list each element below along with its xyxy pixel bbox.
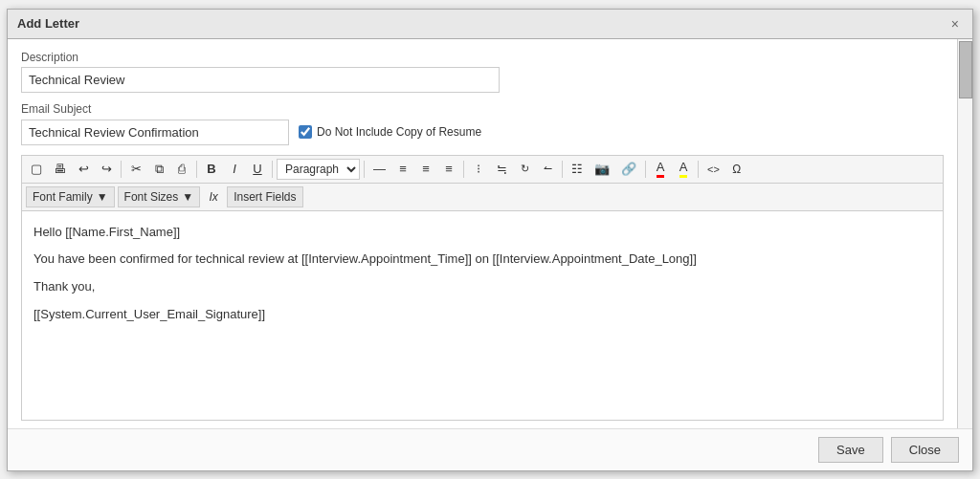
clear-format-button[interactable]: Ix [203, 186, 224, 207]
scrollbar[interactable] [957, 39, 972, 428]
toolbar-divider-3 [272, 161, 273, 178]
dialog-title: Add Letter [17, 16, 79, 31]
font-family-dropdown[interactable]: Font Family ▼ [26, 186, 115, 207]
toolbar-divider-6 [562, 161, 563, 178]
font-color-button[interactable]: A [650, 159, 671, 180]
indent-icon: ↼ [544, 163, 552, 175]
highlight-color-icon: A [679, 160, 688, 178]
toolbar-divider-8 [698, 161, 699, 178]
source-code-button[interactable]: <> [702, 159, 724, 180]
italic-icon: I [233, 162, 236, 176]
align-left-button[interactable]: ≡ [392, 159, 413, 180]
font-size-dropdown[interactable]: Font Sizes ▼ [118, 186, 201, 207]
align-right-icon: ≡ [445, 162, 453, 176]
ordered-list-icon: ≒ [497, 162, 507, 176]
toolbar-divider-7 [645, 161, 646, 178]
insert-fields-label: Insert Fields [234, 190, 296, 204]
indent-button[interactable]: ↼ [537, 159, 558, 180]
image-button[interactable]: 📷 [590, 159, 614, 180]
font-family-chevron-icon: ▼ [97, 190, 108, 204]
toolbar-divider-4 [364, 161, 365, 178]
email-subject-row: Do Not Include Copy of Resume [21, 120, 944, 145]
font-family-label: Font Family [33, 190, 93, 204]
resume-checkbox-text: Do Not Include Copy of Resume [317, 125, 481, 139]
highlight-color-button[interactable]: A [673, 159, 694, 180]
toolbar-row2: Font Family ▼ Font Sizes ▼ Ix Insert Fie… [21, 183, 944, 210]
image-icon: 📷 [594, 162, 610, 176]
dialog-footer: Save Close [8, 428, 972, 470]
bold-icon: B [207, 162, 215, 176]
table-button[interactable]: ☷ [567, 159, 588, 180]
cut-icon: ✂ [131, 162, 142, 176]
undo-button[interactable]: ↩ [73, 159, 94, 180]
toolbar-row1: ▢ 🖶 ↩ ↪ ✂ ⧉ ⎙ [21, 155, 944, 183]
redo-button[interactable]: ↪ [96, 159, 117, 180]
dialog-header: Add Letter × [8, 10, 972, 39]
ordered-list-button[interactable]: ≒ [491, 159, 512, 180]
outdent-icon: ↻ [521, 163, 529, 175]
copy-button[interactable]: ⧉ [148, 159, 169, 180]
add-letter-dialog: Add Letter × Description Email Subject D… [7, 9, 973, 471]
dialog-close-button[interactable]: × [947, 15, 963, 33]
toolbar-divider-1 [121, 161, 122, 178]
undo-icon: ↩ [78, 162, 89, 176]
scrollbar-thumb[interactable] [959, 41, 972, 98]
close-button[interactable]: Close [891, 437, 959, 463]
align-center-icon: ≡ [422, 162, 430, 176]
print-button[interactable]: 🖶 [49, 159, 71, 180]
special-char-icon: Ω [732, 163, 741, 176]
align-left-icon: ≡ [399, 162, 407, 176]
paragraph-select[interactable]: Paragraph Heading 1 Heading 2 [277, 159, 360, 180]
outdent-button[interactable]: ↻ [514, 159, 535, 180]
editor-area[interactable]: Hello [[Name.First_Name]] You have been … [21, 210, 944, 421]
special-char-button[interactable]: Ω [726, 159, 747, 180]
align-right-button[interactable]: ≡ [438, 159, 459, 180]
toolbar-divider-2 [196, 161, 197, 178]
save-button[interactable]: Save [818, 437, 883, 463]
unordered-list-icon: ⁝ [477, 162, 480, 176]
align-center-button[interactable]: ≡ [415, 159, 436, 180]
cut-button[interactable]: ✂ [125, 159, 146, 180]
source-code-icon: <> [707, 163, 720, 175]
description-section: Description [21, 51, 944, 93]
editor-line3: Thank you, [33, 277, 931, 297]
insert-fields-button[interactable]: Insert Fields [227, 186, 302, 207]
horizontal-rule-button[interactable]: — [368, 159, 390, 180]
link-icon: 🔗 [621, 162, 636, 176]
paste-icon: ⎙ [178, 162, 186, 176]
font-size-label: Font Sizes [124, 190, 179, 204]
font-size-chevron-icon: ▼ [182, 190, 193, 204]
new-doc-icon: ▢ [31, 162, 42, 176]
font-color-icon: A [657, 160, 665, 178]
redo-icon: ↪ [101, 162, 112, 176]
italic-button[interactable]: I [224, 159, 245, 180]
bold-button[interactable]: B [201, 159, 222, 180]
resume-checkbox-label[interactable]: Do Not Include Copy of Resume [299, 125, 481, 139]
hr-icon: — [373, 162, 386, 176]
print-icon: 🖶 [54, 162, 66, 176]
underline-icon: U [253, 162, 261, 176]
table-icon: ☷ [571, 162, 583, 176]
description-input[interactable] [21, 67, 500, 93]
editor-line1: Hello [[Name.First_Name]] [33, 223, 931, 243]
editor-line2: You have been confirmed for technical re… [33, 250, 931, 270]
resume-checkbox[interactable] [299, 125, 312, 139]
unordered-list-button[interactable]: ⁝ [468, 159, 489, 180]
email-subject-label: Email Subject [21, 102, 944, 116]
copy-icon: ⧉ [155, 162, 164, 177]
editor-line4: [[System.Current_User_Email_Signature]] [33, 305, 931, 325]
new-doc-button[interactable]: ▢ [26, 159, 47, 180]
underline-button[interactable]: U [247, 159, 268, 180]
toolbar-divider-5 [463, 161, 464, 178]
email-subject-section: Email Subject Do Not Include Copy of Res… [21, 102, 944, 145]
link-button[interactable]: 🔗 [616, 159, 641, 180]
paste-button[interactable]: ⎙ [171, 159, 192, 180]
description-label: Description [21, 51, 944, 64]
clear-format-icon: Ix [210, 190, 218, 204]
email-subject-input[interactable] [21, 120, 289, 145]
